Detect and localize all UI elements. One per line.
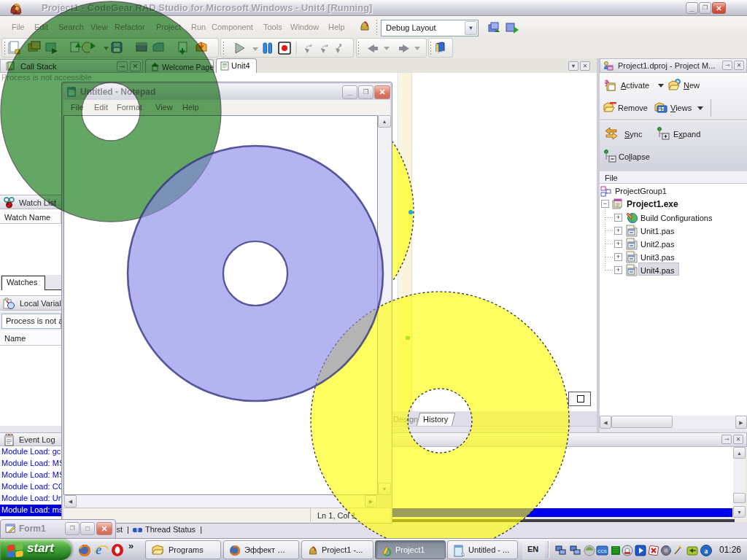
svg-text:CCS: CCS: [597, 549, 607, 553]
svg-text:a: a: [705, 547, 708, 555]
